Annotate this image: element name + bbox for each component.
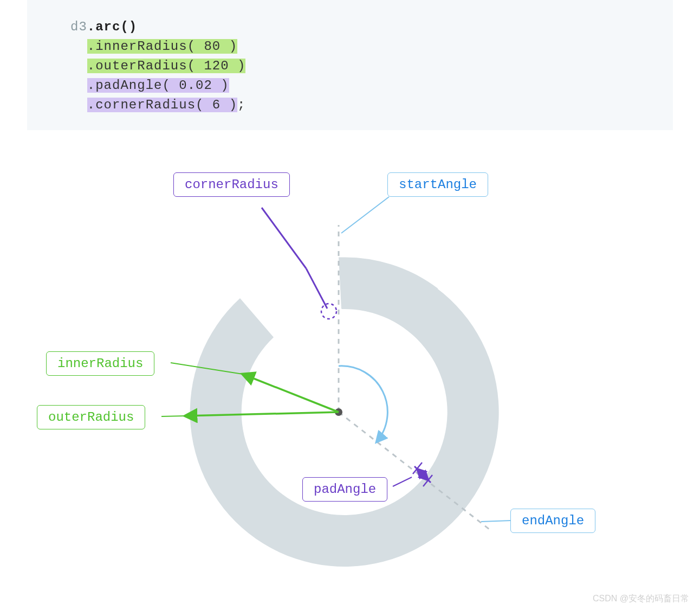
corner-radius-leader-2 xyxy=(306,268,327,309)
label-inner-radius: innerRadius xyxy=(46,351,154,376)
arc-ring xyxy=(190,252,499,567)
inner-radius-arrow xyxy=(243,374,339,412)
label-outer-radius: outerRadius xyxy=(37,405,145,429)
end-angle-leader xyxy=(481,521,511,522)
label-pad-angle: padAngle xyxy=(302,477,387,502)
code-outerRadius: .outerRadius( 120 ) xyxy=(87,59,246,73)
watermark: CSDN @安冬的码畜日常 xyxy=(593,593,689,605)
code-innerRadius: .innerRadius( 80 ) xyxy=(87,39,237,54)
code-line-3: .outerRadius( 120 ) xyxy=(70,56,630,76)
code-line-4: .padAngle( 0.02 ) xyxy=(70,76,630,95)
corner-radius-leader-1 xyxy=(262,208,306,268)
label-corner-radius: cornerRadius xyxy=(173,172,290,197)
code-line-5: .cornerRadius( 6 ); xyxy=(70,95,630,115)
corner-radius-circle xyxy=(321,304,336,319)
code-line-1: d3.arc() xyxy=(70,17,630,37)
code-call: .arc() xyxy=(87,20,137,34)
code-padAngle: .padAngle( 0.02 ) xyxy=(87,78,229,93)
svg-line-1 xyxy=(161,416,185,416)
diagram: cornerRadius startAngle innerRadius oute… xyxy=(0,146,700,596)
code-cornerRadius: .cornerRadius( 6 ) xyxy=(87,98,237,112)
code-prefix: d3 xyxy=(70,20,87,34)
start-angle-leader xyxy=(341,197,389,233)
code-block: d3.arc() .innerRadius( 80 ) .outerRadius… xyxy=(27,0,673,130)
code-line-2: .innerRadius( 80 ) xyxy=(70,37,630,56)
svg-line-6 xyxy=(393,477,412,486)
label-start-angle: startAngle xyxy=(387,172,488,197)
label-end-angle: endAngle xyxy=(510,509,595,533)
code-semicolon: ; xyxy=(237,98,245,112)
